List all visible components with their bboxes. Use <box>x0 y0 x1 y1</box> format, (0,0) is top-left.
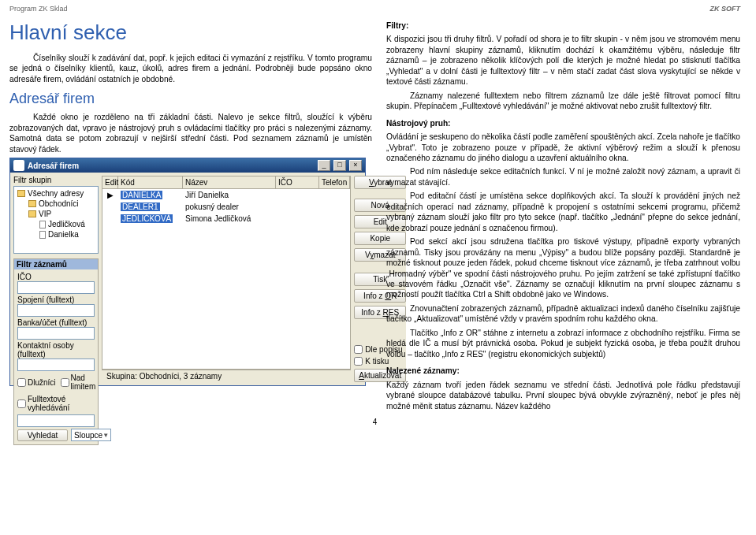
filtry-head: Filtry: <box>386 21 408 30</box>
combo-sloupce[interactable]: Sloupce ▼ <box>71 429 111 441</box>
filter-panel: Filtr záznamů IČO Spojení (fulltext) Ban… <box>13 258 99 445</box>
cell-kod: DEALER1 <box>121 202 160 211</box>
table-row[interactable]: ▶ DANIELKA Jiří Danielka <box>102 189 350 201</box>
col-telefon[interactable]: Telefon <box>319 176 350 188</box>
tree-item-vip[interactable]: VIP <box>17 209 95 219</box>
checkbox-fulltext[interactable] <box>17 399 26 408</box>
h1-main: Hlavní sekce <box>9 20 372 45</box>
lbl-kontakt: Kontaktní osoby (fulltext) <box>17 341 95 359</box>
maximize-button[interactable]: □ <box>333 160 346 171</box>
intro-para: Číselníky slouží k zadávání dat, popř. k… <box>9 53 372 84</box>
tree-root[interactable]: Všechny adresy <box>17 188 95 199</box>
grid-panel: Edit Kód Název IČO Telefon ▶ DANIELKA Ji… <box>102 176 351 382</box>
folder-icon <box>17 190 25 197</box>
folder-icon <box>28 200 36 207</box>
page-header: Program ZK Sklad ZK SOFT <box>9 5 740 13</box>
table-row[interactable]: JEDLIČKOVÁ Simona Jedličková <box>102 213 350 225</box>
status-text: Skupina: Obchodníci, 3 záznamy <box>106 372 222 381</box>
filtry-body2: Záznamy nalezené fulltextem nebo filtrem… <box>386 91 740 112</box>
col-nazev[interactable]: Název <box>183 176 276 188</box>
tree[interactable]: Všechny adresy Obchodníci VIP Jedli <box>13 186 99 254</box>
filtry-body: K dispozici jsou tři druhy filtrů. V poř… <box>386 34 740 87</box>
lbl-ico: IČO <box>17 273 95 281</box>
cell-nazev: Simona Jedličková <box>183 214 276 223</box>
nalez-p1: Každý záznam tvoří jeden řádek seznamu v… <box>386 380 740 411</box>
nastroj-p6: Tlačítko „Info z OR" stáhne z internetu … <box>386 328 740 359</box>
app-window: Adresář firem _ □ × Filtr skupin Všechny… <box>9 158 366 386</box>
col-edit[interactable]: Edit <box>102 176 118 188</box>
lbl-spojeni: Spojení (fulltext) <box>17 295 95 304</box>
filter-title: Filtr záznamů <box>14 259 98 269</box>
page-number: 4 <box>9 418 740 426</box>
left-column: Hlavní sekce Číselníky slouží k zadávání… <box>9 20 372 414</box>
right-column: Filtry: K dispozici jsou tři druhy filtr… <box>386 20 740 414</box>
input-kontakt[interactable] <box>17 359 95 371</box>
input-banka[interactable] <box>17 327 95 340</box>
nastroj-p2: Pod ním následuje sekce editačních funkc… <box>386 166 740 188</box>
chk-fulltext-label: Fulltextové vyhledávání <box>28 395 95 412</box>
nastroj-p5: Znovunačtení zobrazených záznamů, případ… <box>386 303 740 325</box>
checkbox-dluznici[interactable] <box>17 378 26 387</box>
cell-nazev: pokusný dealer <box>183 202 276 211</box>
cell-kod: DANIELKA <box>121 191 162 199</box>
tree-sub-label: Jedličková <box>48 220 85 228</box>
tree-item-obchodnici[interactable]: Obchodníci <box>17 199 95 209</box>
col-kod[interactable]: Kód <box>118 176 183 188</box>
chk-tisk-label: K tisku <box>365 357 389 366</box>
table-row[interactable]: DEALER1 pokusný dealer <box>102 201 350 213</box>
chk-limit[interactable]: Nad limitem <box>61 373 96 391</box>
chk-dluznici[interactable]: Dlužníci <box>17 373 56 391</box>
window-title: Adresář firem <box>28 162 315 170</box>
close-button[interactable]: × <box>349 160 362 171</box>
nastroj-p1: Ovládání je seskupeno do několika částí … <box>386 132 740 163</box>
chevron-down-icon: ▼ <box>102 432 109 439</box>
grid-body[interactable]: ▶ DANIELKA Jiří Danielka DEALER1 pokusný… <box>102 189 351 370</box>
col-ico[interactable]: IČO <box>276 176 319 188</box>
tree-item-label: VIP <box>39 210 51 218</box>
input-ico[interactable] <box>17 281 95 294</box>
doc-icon <box>39 231 46 239</box>
tree-panel: Filtr skupin Všechny adresy Obchodníci <box>13 176 99 382</box>
minimize-button[interactable]: _ <box>318 160 330 171</box>
tree-sub-label: Danielka <box>48 230 79 239</box>
doc-icon <box>39 221 46 228</box>
btn-vyhledat[interactable]: Vyhledat <box>17 429 68 441</box>
grid-header: Edit Kód Název IČO Telefon <box>102 176 351 189</box>
cell-nazev: Jiří Danielka <box>183 191 276 199</box>
cell-kod: JEDLIČKOVÁ <box>121 214 173 223</box>
tree-sub-1[interactable]: Jedličková <box>17 219 95 229</box>
chk-fulltext[interactable]: Fulltextové vyhledávání <box>17 395 95 412</box>
titlebar: Adresář firem _ □ × <box>10 158 365 173</box>
tree-label: Filtr skupin <box>13 176 99 184</box>
h2-adresar: Adresář firem <box>9 91 372 107</box>
chk-limit-label: Nad limitem <box>71 373 96 391</box>
lbl-banka: Banka/účet (fulltext) <box>17 318 95 327</box>
checkbox-popis[interactable] <box>354 345 363 354</box>
nastroj-head: Nástrojový pruh: <box>386 119 451 128</box>
checkbox-tisk[interactable] <box>354 357 363 366</box>
checkbox-limit[interactable] <box>61 378 69 387</box>
nastroj-p3: Pod editační částí je umístěna sekce dop… <box>386 191 740 233</box>
nalez-head: Nalezené záznamy: <box>386 366 460 375</box>
app-icon <box>13 160 24 171</box>
input-spojeni[interactable] <box>17 304 95 317</box>
combo-label: Sloupce <box>74 431 102 440</box>
chk-dluznici-label: Dlužníci <box>28 378 56 387</box>
folder-icon <box>28 210 36 217</box>
tree-item-label: Obchodníci <box>39 199 79 208</box>
row-icon: ▶ <box>102 191 118 199</box>
header-right: ZK SOFT <box>710 5 741 13</box>
tree-sub-2[interactable]: Danielka <box>17 229 95 240</box>
header-left: Program ZK Sklad <box>9 5 68 13</box>
tree-root-label: Všechny adresy <box>28 189 84 198</box>
input-fulltext[interactable] <box>17 414 95 427</box>
nastroj-p4: Pod sekcí akcí jsou sdružena tlačítka pr… <box>386 236 740 300</box>
status-bar: Skupina: Obchodníci, 3 záznamy <box>102 370 351 382</box>
adresar-para: Každé okno je rozděleno na tři základní … <box>9 112 372 154</box>
